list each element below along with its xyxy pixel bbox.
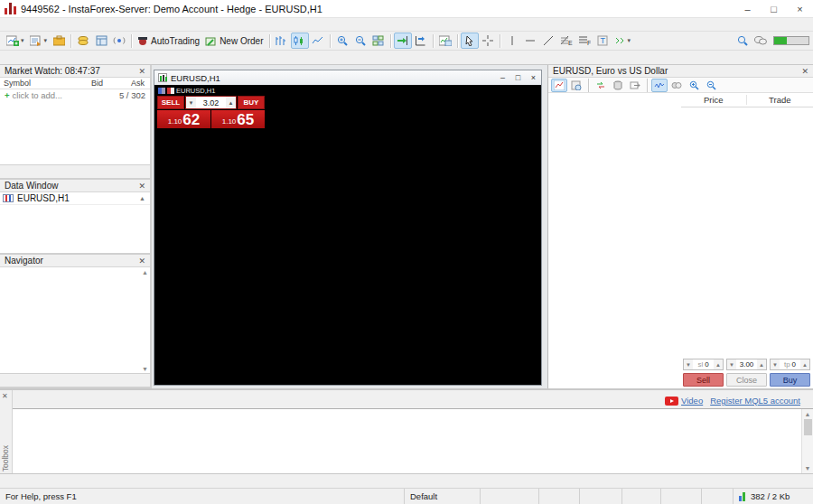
tp-up-icon[interactable]: ▲ xyxy=(800,359,809,369)
register-mql5-link[interactable]: Register MQL5 account xyxy=(710,396,800,406)
dom-volume-value[interactable]: 3.00 xyxy=(740,360,754,369)
market-watch-add-row[interactable]: + click to add... 5 / 302 xyxy=(0,89,150,100)
sell-price[interactable]: 1.1062 xyxy=(157,110,210,128)
scrollbar-down-icon[interactable]: ▼ xyxy=(805,465,811,471)
candlestick-mode-button[interactable] xyxy=(291,33,309,49)
chart-canvas[interactable]: EURUSD,H1 SELL ▼ 3.02 ▲ BUY 1.1062 xyxy=(154,85,541,385)
dom-ticks-icon[interactable] xyxy=(651,79,668,92)
dom-zoom-out-icon[interactable] xyxy=(703,79,719,92)
new-chart-button[interactable]: ▾ xyxy=(4,33,27,49)
chart-shift-button[interactable] xyxy=(412,33,430,49)
navigator-button[interactable] xyxy=(110,33,128,49)
video-link[interactable]: Video xyxy=(681,396,703,406)
signals-scrollbar[interactable]: ▲ ▼ xyxy=(801,409,813,473)
dom-close-button[interactable]: Close xyxy=(726,373,767,387)
toolbox-tab-bar xyxy=(0,473,813,488)
window-close-button[interactable]: × xyxy=(787,0,813,17)
dom-toolbar xyxy=(548,78,813,93)
status-profile[interactable]: Default xyxy=(405,489,481,504)
tree-scroll-down-icon[interactable]: ▼ xyxy=(142,366,148,372)
market-watch-button[interactable] xyxy=(74,33,92,49)
window-maximize-button[interactable]: □ xyxy=(761,0,787,17)
text-tool-button[interactable]: T xyxy=(593,33,612,49)
status-cell xyxy=(622,489,661,504)
tile-windows-button[interactable] xyxy=(369,33,388,49)
sell-button[interactable]: SELL xyxy=(157,96,184,109)
video-icon xyxy=(665,397,678,406)
horizontal-line-tool-button[interactable] xyxy=(521,33,539,49)
one-click-trading-widget: EURUSD,H1 SELL ▼ 3.02 ▲ BUY 1.1062 xyxy=(157,86,265,128)
dom-volume-down-icon[interactable]: ▼ xyxy=(727,359,736,369)
dom-chart-mode-icon[interactable] xyxy=(551,79,567,92)
chart-maximize-button[interactable]: □ xyxy=(510,71,526,84)
dom-zoom-in-icon[interactable] xyxy=(686,79,702,92)
dom-sell-button[interactable]: Sell xyxy=(683,373,724,387)
tp-value[interactable]: 0 xyxy=(792,360,796,369)
buy-button[interactable]: BUY xyxy=(238,96,265,109)
volume-up-icon[interactable]: ▲ xyxy=(226,97,236,108)
data-window-title: Data Window xyxy=(5,181,58,191)
autotrading-button[interactable]: AutoTrading xyxy=(135,33,202,49)
scroll-up-icon[interactable]: ▲ xyxy=(139,195,147,201)
dom-grouping-icon[interactable] xyxy=(668,79,685,92)
sl-down-icon[interactable]: ▼ xyxy=(684,359,693,369)
bar-chart-mode-button[interactable] xyxy=(273,33,291,49)
left-panels: Market Watch: 08:47:37✕ SymbolBidAsk + c… xyxy=(0,65,152,388)
profiles-button[interactable]: ▾ xyxy=(27,33,51,49)
volume-down-icon[interactable]: ▼ xyxy=(186,97,196,108)
dom-depth-icon[interactable] xyxy=(610,79,626,92)
dom-close-icon[interactable]: ✕ xyxy=(799,67,810,76)
fibo-lines-tool-button[interactable]: F xyxy=(575,33,593,49)
toolbox-close-icon[interactable]: ✕ xyxy=(2,392,8,400)
zoom-in-button[interactable] xyxy=(333,33,351,49)
dom-buy-button[interactable]: Buy xyxy=(770,373,810,387)
strategy-tester-button[interactable] xyxy=(436,33,454,49)
crosshair-tool-button[interactable] xyxy=(479,33,497,49)
tp-down-icon[interactable]: ▼ xyxy=(771,359,780,369)
vertical-line-tool-button[interactable] xyxy=(503,33,521,49)
chart-window-titlebar[interactable]: EURUSD,H1 – □ × xyxy=(154,70,541,85)
dom-refresh-icon[interactable] xyxy=(593,79,609,92)
chart-close-button[interactable]: × xyxy=(526,71,541,84)
buy-price[interactable]: 1.1065 xyxy=(211,110,265,128)
toolbox-toggle-button[interactable] xyxy=(50,33,68,49)
search-icon[interactable] xyxy=(734,33,752,49)
objects-tool-button[interactable]: ▾ xyxy=(612,33,634,49)
dom-transfer-icon[interactable] xyxy=(627,79,643,92)
scrollbar-up-icon[interactable]: ▲ xyxy=(805,411,811,417)
timeframe-bar xyxy=(0,51,813,65)
chart-window-icon xyxy=(158,73,167,82)
zoom-out-button[interactable] xyxy=(351,33,369,49)
tree-scroll-up-icon[interactable]: ▲ xyxy=(142,269,148,275)
dom-orders-icon[interactable] xyxy=(568,79,584,92)
scrollbar-thumb[interactable] xyxy=(804,419,812,435)
chart-minimize-button[interactable]: – xyxy=(495,71,510,84)
chat-icon[interactable] xyxy=(752,33,770,49)
symbol-counter: 5 / 302 xyxy=(119,90,150,100)
dom-volume-up-icon[interactable]: ▲ xyxy=(757,359,766,369)
sl-value[interactable]: 0 xyxy=(705,360,708,369)
sl-up-icon[interactable]: ▲ xyxy=(714,359,723,369)
trendline-tool-button[interactable] xyxy=(539,33,557,49)
cursor-tool-button[interactable] xyxy=(461,33,479,49)
ladder-header: PriceTrade xyxy=(681,93,813,107)
status-traffic: 382 / 2 Kb xyxy=(734,489,813,504)
new-order-button[interactable]: New Order xyxy=(202,33,266,49)
navigator-close-icon[interactable]: ✕ xyxy=(136,257,147,266)
status-cell xyxy=(661,489,702,504)
market-watch-close-icon[interactable]: ✕ xyxy=(136,67,147,76)
data-window-button[interactable] xyxy=(92,33,110,49)
auto-scroll-button[interactable] xyxy=(394,33,412,49)
data-window-close-icon[interactable]: ✕ xyxy=(136,182,147,191)
line-chart-mode-button[interactable] xyxy=(309,33,327,49)
toolbox-panel: ✕ Toolbox Video Register MQL5 account ▲ … xyxy=(0,388,813,473)
toolbox-vertical-label: Toolbox xyxy=(1,445,10,471)
volume-value[interactable]: 3.02 xyxy=(196,97,226,108)
title-bar: 9449562 - InstaForex-Server: Demo Accoun… xyxy=(0,0,813,18)
fibonacci-tool-button[interactable]: E xyxy=(557,33,575,49)
svg-text:E: E xyxy=(568,40,573,46)
window-minimize-button[interactable]: – xyxy=(734,0,761,17)
app-logo-icon xyxy=(5,3,16,14)
one-click-header[interactable]: EURUSD,H1 xyxy=(157,86,265,96)
status-cell xyxy=(481,489,539,504)
